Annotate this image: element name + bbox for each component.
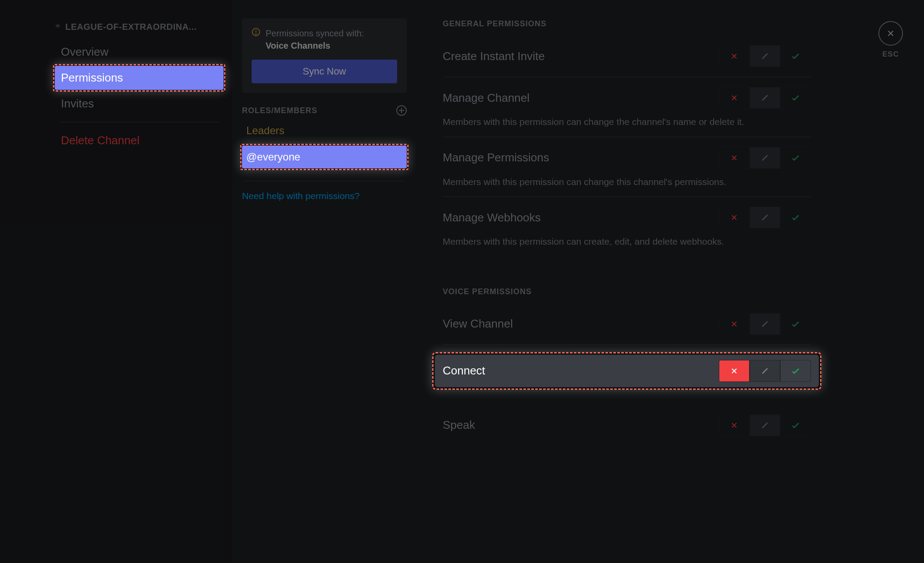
perm-deny-view-channel[interactable] [719, 313, 750, 335]
tri-toggle-manage-channel [719, 87, 811, 109]
perm-desc-manage-webhooks: Members with this permission can create,… [443, 235, 776, 249]
channel-header: LEAGUE-OF-EXTRAORDINA... [55, 22, 224, 32]
svg-point-2 [256, 33, 256, 34]
sidebar-item-permissions[interactable]: Permissions [55, 66, 224, 90]
role-item-leaders[interactable]: Leaders [242, 119, 407, 142]
perm-allow-connect[interactable] [780, 360, 811, 382]
perm-title-connect: Connect [443, 364, 485, 378]
perm-block-view-channel: View Channel [443, 303, 811, 345]
sidebar-item-invites[interactable]: Invites [55, 92, 224, 116]
perm-deny-speak[interactable] [719, 414, 750, 436]
sync-category: Voice Channels [266, 39, 364, 52]
perm-pass-connect[interactable] [750, 360, 780, 382]
perm-deny-connect[interactable] [719, 360, 750, 382]
channel-name: LEAGUE-OF-EXTRAORDINA... [65, 22, 197, 32]
perm-pass-create-invite[interactable] [750, 45, 780, 67]
tri-toggle-view-channel [719, 313, 811, 335]
perm-block-create-invite: Create Instant Invite [443, 36, 811, 77]
close-area: ESC [878, 21, 903, 59]
tri-toggle-speak [719, 414, 811, 436]
perm-allow-create-invite[interactable] [780, 45, 811, 67]
perm-block-manage-channel: Manage Channel Members with this permiss… [443, 77, 811, 137]
perm-title-view-channel: View Channel [443, 317, 513, 331]
sidebar-item-delete-channel[interactable]: Delete Channel [55, 128, 224, 153]
perm-block-manage-webhooks: Manage Webhooks Members with this permis… [443, 197, 811, 257]
sync-now-button[interactable]: Sync Now [252, 60, 397, 83]
volume-icon [55, 22, 63, 32]
perm-pass-manage-permissions[interactable] [750, 147, 780, 169]
perm-allow-manage-channel[interactable] [780, 87, 811, 109]
perm-deny-manage-webhooks[interactable] [719, 207, 750, 228]
perm-desc-manage-channel: Members with this permission can change … [443, 115, 776, 129]
settings-sidebar: LEAGUE-OF-EXTRAORDINA... Overview Permis… [0, 0, 232, 563]
perm-allow-view-channel[interactable] [780, 313, 811, 335]
perm-deny-create-invite[interactable] [719, 45, 750, 67]
perm-block-speak: Speak [443, 405, 811, 446]
tri-toggle-manage-webhooks [719, 207, 811, 228]
close-button[interactable] [878, 21, 903, 46]
warning-icon [252, 27, 260, 52]
tri-toggle-create-invite [719, 45, 811, 67]
add-role-button[interactable] [396, 105, 407, 116]
roles-column: Permissions synced with: Voice Channels … [232, 0, 416, 563]
permissions-help-link[interactable]: Need help with permissions? [242, 191, 407, 201]
perm-pass-manage-channel[interactable] [750, 87, 780, 109]
perm-allow-manage-webhooks[interactable] [780, 207, 811, 228]
perm-title-speak: Speak [443, 418, 475, 432]
sidebar-divider [59, 122, 219, 122]
sidebar-item-overview[interactable]: Overview [55, 40, 224, 64]
roles-divider [245, 181, 404, 181]
tri-toggle-connect [719, 360, 811, 382]
permissions-panel: GENERAL PERMISSIONS Create Instant Invit… [416, 0, 828, 563]
perm-block-connect: Connect [435, 355, 819, 387]
perm-title-manage-webhooks: Manage Webhooks [443, 211, 541, 224]
perm-deny-manage-channel[interactable] [719, 87, 750, 109]
perm-allow-speak[interactable] [780, 414, 811, 436]
roles-members-header: ROLES/MEMBERS [242, 106, 317, 115]
section-header-general: GENERAL PERMISSIONS [443, 19, 811, 29]
section-header-voice: VOICE PERMISSIONS [443, 287, 811, 296]
perm-pass-view-channel[interactable] [750, 313, 780, 335]
sync-box: Permissions synced with: Voice Channels … [242, 18, 407, 93]
role-item-everyone[interactable]: @everyone [242, 146, 407, 168]
perm-allow-manage-permissions[interactable] [780, 147, 811, 169]
perm-pass-speak[interactable] [750, 414, 780, 436]
perm-block-manage-permissions: Manage Permissions Members with this per… [443, 137, 811, 197]
esc-label: ESC [878, 50, 903, 59]
perm-title-manage-permissions: Manage Permissions [443, 151, 549, 164]
perm-title-manage-channel: Manage Channel [443, 91, 530, 105]
perm-title-create-invite: Create Instant Invite [443, 50, 545, 63]
perm-deny-manage-permissions[interactable] [719, 147, 750, 169]
tri-toggle-manage-permissions [719, 147, 811, 169]
perm-desc-manage-permissions: Members with this permission can change … [443, 175, 776, 189]
sync-text: Permissions synced with: [266, 27, 364, 39]
perm-pass-manage-webhooks[interactable] [750, 207, 780, 228]
